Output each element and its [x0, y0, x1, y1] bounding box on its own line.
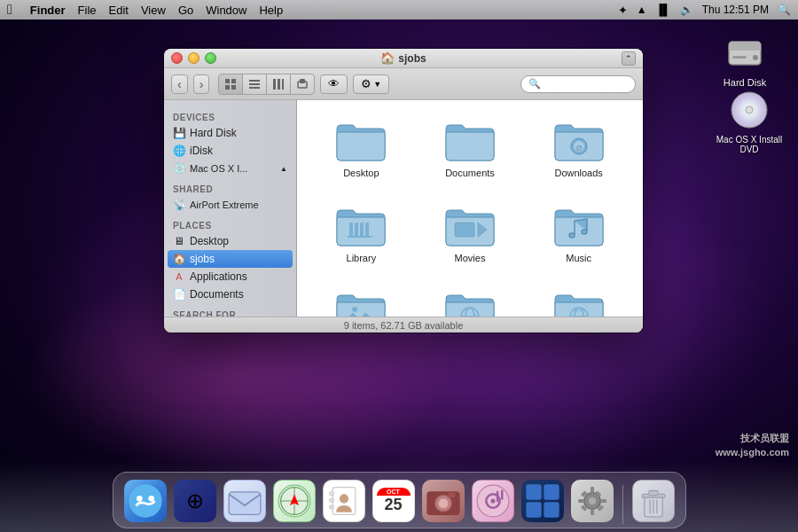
view-column-btn[interactable] — [267, 74, 291, 94]
svg-rect-10 — [231, 85, 236, 90]
sidebar-item-macosx[interactable]: 💿 Mac OS X I... ▲ — [164, 160, 296, 177]
search-box[interactable]: 🔍 — [520, 75, 636, 93]
menu-help[interactable]: Help — [259, 4, 283, 17]
volume-icon[interactable]: 🔊 — [680, 4, 693, 16]
sidebar-item-documents[interactable]: 📄 Documents — [164, 286, 296, 303]
forward-button[interactable]: › — [193, 74, 210, 94]
eye-action-button[interactable]: 👁 — [320, 74, 348, 94]
folder-label-library: Library — [347, 253, 377, 263]
folder-item-music[interactable]: Music — [528, 200, 629, 267]
harddisk-sidebar-icon: 💾 — [173, 127, 185, 139]
folder-item-desktop[interactable]: Desktop — [311, 114, 411, 182]
folder-item-sites[interactable]: Sites — [528, 285, 629, 317]
svg-rect-16 — [282, 79, 284, 90]
window-content: DEVICES 💾 Hard Disk 🌐 iDisk 💿 Mac OS X I… — [164, 100, 643, 317]
dock-dashboard[interactable]: ⊕ — [172, 478, 218, 524]
search-for-header: SEARCH FOR — [164, 303, 296, 317]
svg-rect-41 — [229, 492, 261, 515]
dock-trash[interactable] — [630, 478, 677, 524]
dock-ical[interactable]: OCT 25 — [371, 478, 417, 524]
wifi-icon[interactable]: ▲ — [637, 4, 647, 16]
svg-point-6 — [746, 106, 753, 113]
svg-rect-60 — [544, 484, 559, 499]
menu-go[interactable]: Go — [178, 4, 193, 17]
window-title: 🏠 sjobs — [380, 51, 426, 65]
svg-rect-65 — [591, 487, 594, 493]
dvd-icon-img — [728, 89, 771, 131]
svg-rect-49 — [329, 498, 333, 502]
svg-rect-48 — [329, 492, 333, 496]
view-buttons — [218, 74, 315, 95]
maximize-button[interactable] — [205, 52, 216, 64]
view-icon-btn[interactable] — [219, 74, 243, 94]
sidebar-item-desktop[interactable]: 🖥 Desktop — [164, 232, 296, 250]
toolbar: ‹ › 👁 — [164, 68, 643, 100]
sidebar-item-harddisk[interactable]: 💾 Hard Disk — [164, 124, 296, 142]
menu-file[interactable]: File — [78, 4, 97, 17]
back-button[interactable]: ‹ — [171, 74, 188, 94]
svg-rect-66 — [591, 509, 594, 515]
spotlight-icon[interactable]: 🔍 — [778, 4, 791, 16]
folder-icon-downloads: @ — [552, 118, 606, 164]
clock: Thu 12:51 PM — [702, 4, 769, 16]
view-list-btn[interactable] — [243, 74, 267, 94]
sidebar-item-airport[interactable]: 📡 AirPort Extreme — [164, 196, 296, 214]
documents-sidebar-icon: 📄 — [173, 288, 185, 301]
dock-addressbook[interactable] — [321, 478, 367, 524]
svg-rect-59 — [526, 484, 541, 499]
menu-finder[interactable]: Finder — [30, 4, 66, 17]
collapse-button[interactable]: ⌃ — [622, 51, 636, 66]
svg-rect-27 — [455, 223, 474, 237]
minimize-button[interactable] — [188, 52, 200, 64]
svg-point-29 — [352, 307, 357, 312]
dock-itunes[interactable] — [470, 478, 516, 524]
desktop:  Finder File Edit View Go Window Help ✦… — [0, 0, 798, 532]
sidebar-item-applications[interactable]: A Applications — [164, 268, 296, 286]
dock-spaces[interactable] — [520, 478, 566, 524]
svg-text:@: @ — [575, 144, 583, 152]
sidebar-item-idisk[interactable]: 🌐 iDisk — [164, 142, 296, 160]
dock-finder[interactable] — [122, 478, 168, 524]
folder-item-movies[interactable]: Movies — [420, 200, 520, 267]
menubar-right: ✦ ▲ ▐▌ 🔊 Thu 12:51 PM 🔍 — [618, 4, 791, 17]
dvd-label: Mac OS X Install DVD — [714, 135, 785, 154]
svg-rect-2 — [729, 47, 761, 51]
folder-item-documents[interactable]: Documents — [420, 114, 520, 182]
harddisk-label: Hard Disk — [724, 77, 766, 88]
folder-item-library[interactable]: Library — [311, 200, 411, 267]
places-header: PLACES — [164, 214, 296, 232]
svg-rect-61 — [526, 502, 541, 517]
folder-icon-music — [552, 203, 606, 249]
folder-label-downloads: Downloads — [554, 168, 602, 178]
shared-header: SHARED — [164, 177, 296, 196]
dock-systemprefs[interactable] — [569, 478, 615, 524]
sidebar-item-sjobs[interactable]: 🏠 sjobs — [168, 250, 293, 268]
desktop-icon-harddisk[interactable]: Hard Disk — [709, 31, 780, 88]
close-button[interactable] — [171, 52, 183, 64]
dock-photobooth[interactable] — [420, 478, 466, 524]
svg-rect-23 — [355, 223, 358, 237]
menu-window[interactable]: Window — [206, 4, 246, 17]
apple-menu[interactable]:  — [7, 2, 12, 18]
gear-action-button[interactable]: ⚙ ▼ — [353, 74, 389, 94]
folder-item-public[interactable]: Public — [420, 285, 520, 317]
svg-rect-15 — [278, 79, 280, 90]
menu-view[interactable]: View — [141, 4, 166, 17]
folder-item-pictures[interactable]: Pictures — [311, 285, 411, 317]
folder-item-downloads[interactable]: @ Downloads — [528, 114, 629, 182]
desktop-icon-dvd[interactable]: Mac OS X Install DVD — [714, 89, 785, 154]
svg-rect-75 — [648, 491, 657, 496]
svg-rect-62 — [544, 502, 559, 517]
svg-rect-7 — [225, 79, 230, 83]
view-cover-btn[interactable] — [291, 74, 314, 94]
bluetooth-icon[interactable]: ✦ — [618, 4, 628, 17]
dock-safari[interactable] — [271, 478, 317, 524]
title-bar: 🏠 sjobs ⌃ — [164, 49, 643, 68]
svg-rect-25 — [365, 223, 369, 237]
folder-icon-movies — [443, 203, 497, 249]
menu-edit[interactable]: Edit — [109, 4, 129, 17]
dock-mail[interactable] — [222, 478, 268, 524]
svg-rect-24 — [360, 223, 364, 237]
folder-icon-documents — [443, 118, 497, 164]
battery-icon[interactable]: ▐▌ — [656, 4, 671, 16]
